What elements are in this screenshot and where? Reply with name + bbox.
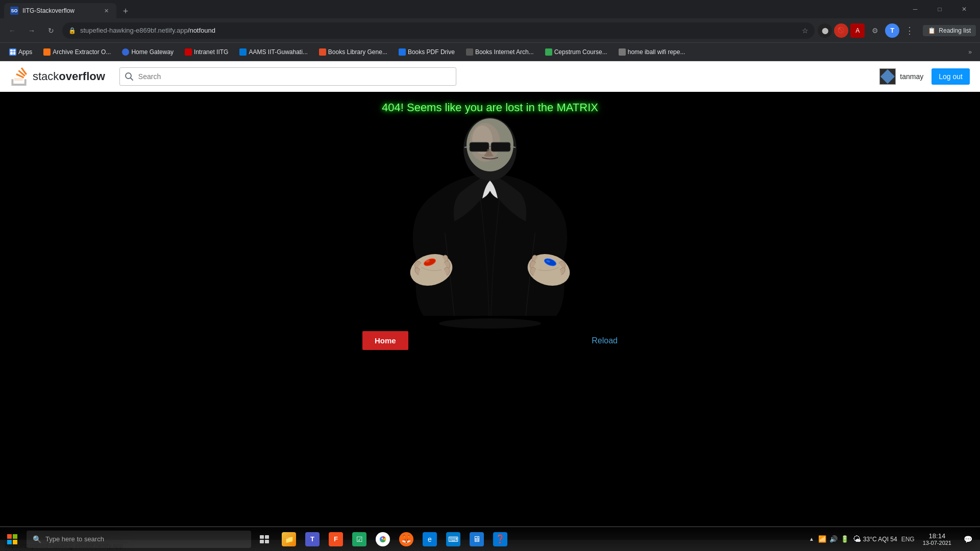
- network-icon[interactable]: 📶: [818, 535, 826, 543]
- pinned-app-firefox[interactable]: 🦊: [395, 527, 418, 552]
- svg-rect-25: [260, 535, 264, 539]
- pinned-app-figma[interactable]: F: [325, 527, 347, 552]
- so-logo-text-2: overflow: [59, 70, 105, 83]
- address-path: /notfound: [188, 27, 215, 34]
- svg-rect-22: [13, 534, 17, 539]
- pinned-app-help[interactable]: ❓: [489, 527, 511, 552]
- close-button[interactable]: ✕: [952, 0, 976, 18]
- weather-icon: 🌤: [853, 535, 861, 544]
- extension-icon-1[interactable]: ⬤: [818, 23, 832, 38]
- bookmark-cepstrum[interactable]: Cepstrum Course...: [540, 46, 612, 58]
- extensions-button[interactable]: ⚙: [867, 22, 883, 39]
- figma-icon: F: [329, 532, 343, 546]
- books-pdf-favicon: [399, 48, 406, 56]
- bookmark-books-pdf[interactable]: Books PDF Drive: [394, 46, 460, 58]
- extension-icon-3[interactable]: A: [850, 23, 865, 38]
- pinned-app-explorer[interactable]: 📁: [278, 527, 300, 552]
- address-domain: stupefied-hawking-e869bf.netlify.app: [80, 27, 188, 34]
- svg-rect-9: [491, 142, 510, 152]
- new-tab-button[interactable]: +: [118, 4, 133, 18]
- bookmarks-bar: Apps Archive Extractor O... Home Gateway…: [0, 43, 980, 61]
- firefox-icon: 🦊: [399, 532, 413, 546]
- reading-list-label: Reading list: [939, 27, 971, 34]
- maximize-button[interactable]: □: [928, 0, 951, 18]
- bookmark-archive[interactable]: Archive Extractor O...: [38, 46, 116, 58]
- tray-icons: 📶 🔊 🔋: [818, 535, 849, 543]
- so-user[interactable]: tanmay: [879, 68, 923, 85]
- tab-close-button[interactable]: ✕: [102, 7, 110, 15]
- battery-icon[interactable]: 🔋: [841, 535, 849, 543]
- page-content: stackoverflow tanmay Log out 404! Seems …: [0, 61, 980, 551]
- reload-link[interactable]: Reload: [592, 336, 618, 345]
- bookmark-home-gateway[interactable]: Home Gateway: [117, 46, 179, 58]
- archive-favicon: [43, 48, 51, 56]
- pinned-app-chrome[interactable]: [372, 527, 394, 552]
- so-logo[interactable]: stackoverflow: [10, 67, 105, 86]
- more-options-button[interactable]: ⋮: [901, 22, 918, 39]
- address-bar[interactable]: 🔒 stupefied-hawking-e869bf.netlify.app/n…: [62, 22, 815, 39]
- bookmark-intranet-label: Intranet IITG: [194, 48, 228, 56]
- pinned-app-edge[interactable]: e: [419, 527, 441, 552]
- pinned-app-tasks[interactable]: ☑: [348, 527, 371, 552]
- aams-favicon: [239, 48, 247, 56]
- pinned-app-unknown1[interactable]: 🖥: [465, 527, 488, 552]
- minimize-button[interactable]: ─: [903, 0, 927, 18]
- svg-point-2: [439, 318, 541, 329]
- volume-icon[interactable]: 🔊: [829, 535, 838, 543]
- reading-list-button[interactable]: 📋 Reading list: [923, 25, 976, 36]
- so-search-bar[interactable]: [119, 67, 456, 86]
- clock-time: 18:14: [929, 532, 946, 540]
- bookmark-archive-label: Archive Extractor O...: [53, 48, 111, 56]
- reload-side: Reload: [592, 336, 618, 345]
- bookmark-iball[interactable]: home iball wifi repe...: [614, 46, 691, 58]
- notification-button[interactable]: 💬: [960, 527, 976, 552]
- bookmark-apps[interactable]: Apps: [4, 46, 37, 58]
- bookmark-apps-label: Apps: [18, 48, 32, 56]
- so-user-diamond: [880, 69, 895, 84]
- extension-icon-2[interactable]: 🚫: [834, 23, 848, 38]
- so-user-name: tanmay: [900, 72, 923, 81]
- bookmark-star-icon[interactable]: ☆: [802, 27, 808, 35]
- pinned-app-teams[interactable]: T: [301, 527, 324, 552]
- bookmark-books-internet[interactable]: Books Internet Arch...: [461, 46, 539, 58]
- svg-line-1: [131, 78, 133, 80]
- start-button[interactable]: [0, 527, 24, 552]
- clock[interactable]: 18:14 13-07-2021: [919, 532, 955, 546]
- system-tray: ▲ 📶 🔊 🔋 🌤 33°C AQI 54 ENG 18:14 13-07-20…: [805, 527, 980, 552]
- svg-rect-28: [265, 540, 269, 543]
- bookmark-intranet[interactable]: Intranet IITG: [180, 46, 233, 58]
- bookmark-aams[interactable]: AAMS IIT-Guwahati...: [234, 46, 312, 58]
- taskbar-search-bar[interactable]: 🔍 Type here to search: [27, 531, 251, 548]
- chrome-icon: [376, 532, 390, 546]
- vscode-icon: ⌨: [446, 532, 460, 546]
- error-title: 404! Seems like you are lost in the MATR…: [382, 101, 598, 114]
- tray-expand-button[interactable]: ▲: [809, 536, 814, 542]
- so-search-input[interactable]: [138, 72, 456, 81]
- reload-button[interactable]: ↻: [43, 22, 59, 39]
- svg-rect-8: [470, 142, 489, 152]
- task-view-button[interactable]: [253, 527, 276, 552]
- forward-button[interactable]: →: [23, 22, 40, 39]
- svg-rect-27: [260, 540, 264, 543]
- profile-button[interactable]: T: [885, 23, 899, 38]
- bookmark-home-gateway-label: Home Gateway: [131, 48, 174, 56]
- windows-icon: [7, 534, 17, 544]
- teams-icon: T: [305, 532, 320, 546]
- language-indicator: ENG: [901, 536, 915, 543]
- explorer-icon: 📁: [282, 532, 296, 546]
- back-button[interactable]: ←: [4, 22, 20, 39]
- active-tab[interactable]: SO IITG-Stackoverflow ✕: [4, 3, 116, 18]
- logout-button[interactable]: Log out: [932, 68, 970, 85]
- bookmark-books-library-label: Books Library Gene...: [328, 48, 387, 56]
- so-logo-text-1: stack: [33, 70, 59, 83]
- help-icon: ❓: [493, 532, 507, 546]
- weather-widget[interactable]: 🌤 33°C AQI 54: [853, 535, 897, 544]
- pinned-app-vscode[interactable]: ⌨: [442, 527, 464, 552]
- reading-list-icon: 📋: [928, 27, 936, 34]
- toolbar-icons: ⬤ 🚫 A ⚙ T ⋮: [818, 22, 918, 39]
- bookmark-books-library[interactable]: Books Library Gene...: [314, 46, 393, 58]
- home-button[interactable]: Home: [362, 331, 408, 350]
- cepstrum-favicon: [545, 48, 552, 56]
- bookmarks-more-button[interactable]: »: [964, 46, 976, 58]
- bookmark-books-internet-label: Books Internet Arch...: [475, 48, 534, 56]
